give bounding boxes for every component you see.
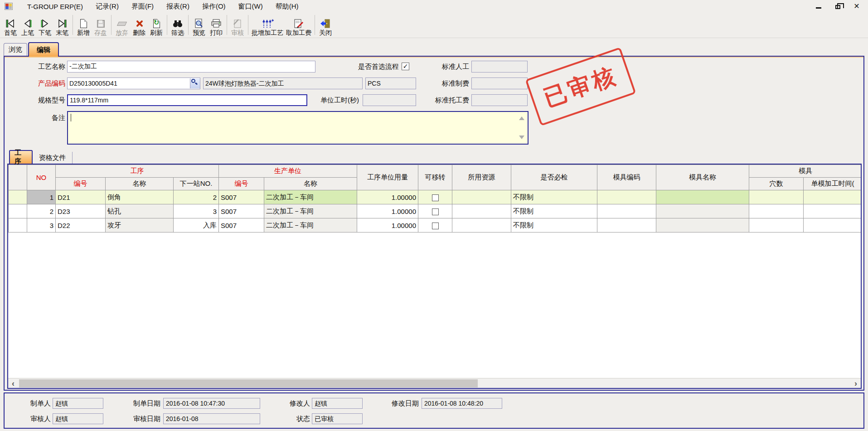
row-selector-header: [9, 165, 27, 190]
toolbar-get-fee-button[interactable]: 取加工费: [285, 14, 313, 37]
col-code-header[interactable]: 编号: [56, 178, 106, 190]
std-mfg-fee-label: 标准制费: [432, 77, 469, 89]
main-tab-strip: 浏览 编辑: [0, 38, 868, 56]
unit-field: PCS: [365, 77, 416, 89]
minimize-icon[interactable]: [814, 2, 824, 10]
status-field: 已审核: [312, 413, 363, 424]
modifier-label: 修改人: [280, 398, 310, 409]
toolbar-delete-button[interactable]: 删除: [131, 14, 148, 37]
toolbar: 首笔 上笔 下笔 末笔 新增 存盘 放弃 删除 ↻ 刷新 筛选 预览: [0, 13, 868, 38]
col-unit-name-header[interactable]: 名称: [264, 178, 357, 190]
tab-browse[interactable]: 浏览: [4, 43, 27, 56]
scrollbar-thumb[interactable]: [19, 379, 478, 387]
menu-report[interactable]: 报表(R): [160, 1, 196, 12]
unit-hours-field: [363, 94, 416, 106]
menu-operation[interactable]: 操作(O): [196, 1, 232, 12]
col-mold-name-header[interactable]: 模具名称: [656, 165, 749, 190]
process-name-input[interactable]: [67, 61, 315, 73]
process-grid: NO 工序 生产单位 工序单位用量 可移转 所用资源 是否必检 模具编码 模具名…: [8, 165, 862, 232]
col-mold-code-header[interactable]: 模具编码: [597, 165, 656, 190]
movable-checkbox[interactable]: [432, 223, 439, 229]
col-next-header[interactable]: 下一站NO.: [174, 178, 219, 190]
binoculars-icon: [172, 18, 184, 29]
group-mold-header: 模具: [749, 165, 862, 178]
menu-interface[interactable]: 界面(F): [125, 1, 160, 12]
refresh-icon: ↻: [153, 18, 160, 29]
menu-help[interactable]: 帮助(H): [269, 1, 305, 12]
toolbar-filter-button[interactable]: 筛选: [169, 14, 186, 37]
exit-door-icon: [320, 18, 331, 29]
modify-date-label: 修改日期: [384, 398, 419, 409]
toolbar-prev-button[interactable]: 上笔: [19, 14, 36, 37]
scroll-right-icon[interactable]: ›: [851, 378, 861, 388]
window-controls: ✕: [814, 1, 862, 11]
auditor-field: 赵镇: [53, 413, 103, 424]
horizontal-scrollbar[interactable]: ‹ ›: [8, 378, 861, 388]
scroll-up-icon[interactable]: [519, 116, 524, 120]
nav-first-icon: [5, 18, 16, 29]
batch-add-icon: [261, 18, 274, 29]
product-name-field: 24W球泡灯散热器-二次加工: [203, 77, 363, 89]
create-date-field: 2016-01-08 10:47:30: [163, 398, 260, 409]
remark-textarea[interactable]: [67, 111, 529, 145]
auditor-label: 审核人: [21, 413, 51, 424]
scroll-left-icon[interactable]: ‹: [8, 378, 18, 388]
tab-edit[interactable]: 编辑: [28, 42, 59, 57]
col-unit-code-header[interactable]: 编号: [219, 178, 264, 190]
toolbar-last-button[interactable]: 末笔: [53, 14, 71, 37]
toolbar-print-button[interactable]: 打印: [208, 14, 225, 37]
restore-icon[interactable]: [833, 2, 843, 10]
toolbar-discard-button[interactable]: 放弃: [113, 14, 131, 37]
toolbar-refresh-button[interactable]: ↻ 刷新: [148, 14, 165, 37]
toolbar-save-button[interactable]: 存盘: [92, 14, 109, 37]
fee-edit-icon: [293, 18, 304, 29]
creator-field: 赵镇: [53, 398, 103, 409]
text-caret: [71, 114, 71, 121]
col-must-check-header[interactable]: 是否必检: [511, 165, 597, 190]
new-document-icon: [80, 18, 87, 29]
toolbar-first-button[interactable]: 首笔: [2, 14, 19, 37]
col-usage-header[interactable]: 工序单位用量: [357, 165, 418, 190]
toolbar-separator: [111, 15, 112, 35]
product-lookup-button[interactable]: [190, 78, 200, 88]
close-icon[interactable]: ✕: [852, 2, 862, 10]
group-process-header: 工序: [56, 165, 219, 178]
toolbar-preview-button[interactable]: 预览: [190, 14, 208, 37]
edit-page-panel: 工艺名称 是否首选流程 标准人工 产品编码 24W球泡灯散热器-二次加工 PCS…: [4, 56, 864, 391]
toolbar-audit-button[interactable]: 审核: [229, 14, 246, 37]
tab-process-steps[interactable]: 工序: [9, 150, 33, 164]
col-cavity-header[interactable]: 穴数: [749, 178, 804, 190]
movable-checkbox[interactable]: [432, 208, 439, 215]
menu-window[interactable]: 窗口(W): [232, 1, 269, 12]
table-row[interactable]: 3 D22 攻牙 入库 S007 二次加工－车间 1.00000 不限制: [9, 218, 862, 232]
remark-label: 备注: [44, 112, 65, 124]
table-row[interactable]: 1 D21 倒角 2 S007 二次加工－车间 1.00000 不限制: [9, 190, 862, 204]
preferred-flow-checkbox[interactable]: [402, 63, 409, 70]
audit-pen-icon: [232, 18, 243, 29]
status-label: 状态: [283, 413, 310, 424]
spec-model-input[interactable]: [67, 94, 307, 106]
movable-checkbox[interactable]: [432, 194, 439, 201]
audited-stamp: 已审核: [525, 47, 636, 126]
scroll-down-icon[interactable]: [519, 136, 524, 139]
col-mold-time-header[interactable]: 单模加工时间(: [804, 178, 862, 190]
toolbar-new-button[interactable]: 新增: [75, 14, 92, 37]
col-name-header[interactable]: 名称: [106, 178, 174, 190]
nav-prev-icon: [22, 18, 34, 29]
col-no-header[interactable]: NO: [27, 165, 56, 190]
toolbar-separator: [315, 15, 315, 35]
col-resource-header[interactable]: 所用资源: [452, 165, 511, 190]
unit-hours-label: 单位工时(秒): [306, 94, 359, 106]
std-labor-field: [471, 61, 528, 73]
toolbar-batch-add-process-button[interactable]: 批增加工艺: [250, 14, 285, 37]
toolbar-close-button[interactable]: 关闭: [317, 14, 334, 37]
modifier-field: 赵镇: [312, 398, 363, 409]
col-movable-header[interactable]: 可移转: [418, 165, 452, 190]
menu-record[interactable]: 记录(R): [89, 1, 125, 12]
creator-label: 制单人: [21, 398, 51, 409]
table-row[interactable]: 2 D23 钻孔 3 S007 二次加工－车间 1.00000 不限制: [9, 204, 862, 218]
product-code-input[interactable]: [67, 77, 200, 89]
tab-qualification-files[interactable]: 资格文件: [33, 152, 73, 164]
menu-app[interactable]: T-GROUP ERP(E): [21, 1, 89, 12]
toolbar-next-button[interactable]: 下笔: [36, 14, 53, 37]
